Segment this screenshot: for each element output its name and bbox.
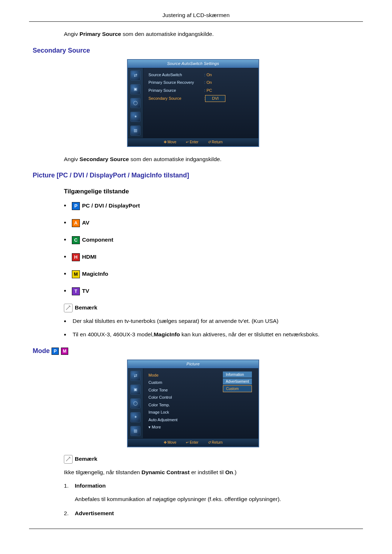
- osd-value-list: Information Advertisement Custom: [223, 372, 252, 393]
- osd-side-icon: ◯: [130, 398, 140, 409]
- osd-side-icon: ▥: [130, 426, 140, 436]
- osd-option-information[interactable]: Information: [223, 372, 252, 378]
- osd-foot-enter: ↵ Enter: [186, 139, 199, 145]
- mode-heading-text: Mode: [33, 347, 50, 354]
- page-header-title: Justering af LCD-skærmen: [29, 11, 363, 21]
- osd-option-advertisement[interactable]: Advertisement: [223, 378, 252, 385]
- osd-sidebar: ⇄ ▣ ◯ ✶ ▥: [128, 369, 143, 438]
- note-icon: [64, 455, 73, 464]
- note-mode-text: Ikke tilgængelig, når tilstanden Dynamic…: [64, 468, 359, 476]
- note-heading: Bemærk: [64, 303, 359, 312]
- osd-value: On: [207, 72, 254, 78]
- osd-foot-move: ✥ Move: [164, 139, 176, 145]
- osd-side-icon: ⇄: [130, 70, 140, 81]
- secondary-source-paragraph: Angiv Secondary Source som den automatis…: [64, 155, 359, 163]
- mode-item-component: CComponent: [64, 235, 359, 245]
- text-bold: Secondary Source: [79, 156, 129, 162]
- note-heading: Bemærk: [64, 455, 359, 464]
- osd-menu-colorcontrol: Color Control: [148, 394, 254, 401]
- mode-label: AV: [82, 219, 89, 226]
- osd-value: PC: [207, 87, 254, 94]
- modes-list: PPC / DVI / DisplayPort AAV CComponent H…: [64, 201, 359, 296]
- mode-label: PC / DVI / DisplayPort: [82, 202, 140, 209]
- item-title: Information: [75, 481, 359, 490]
- mode-item-av: AAV: [64, 218, 359, 228]
- secondary-source-heading: Secondary Source: [33, 46, 359, 56]
- p-icon: P: [72, 202, 80, 210]
- picture-heading: Picture [PC / DVI / DisplayPort / MagicI…: [33, 171, 359, 180]
- osd-foot-return: ↺ Return: [208, 139, 223, 145]
- notes-list: Der skal tilsluttes en tv-tunerboks (sæl…: [64, 317, 359, 339]
- osd-key: Primary Source: [148, 87, 203, 94]
- osd-side-icon: ▣: [130, 385, 140, 395]
- osd-title: Picture: [128, 360, 258, 369]
- text: Angiv: [64, 31, 79, 37]
- mode-label: TV: [82, 288, 89, 294]
- header-rule: [29, 21, 363, 22]
- osd-menu-imagelock[interactable]: Image Lock: [148, 409, 254, 415]
- primary-source-paragraph: Angiv Primary Source som den automatiske…: [64, 30, 359, 38]
- mode-item-magicinfo: MMagicInfo: [64, 269, 359, 279]
- note-item: Der skal tilsluttes en tv-tunerboks (sæl…: [64, 317, 359, 325]
- osd-foot-enter: ↵ Enter: [186, 440, 199, 445]
- osd-menu-more[interactable]: ▾ More: [148, 424, 254, 430]
- mode-item-hdmi: HHDMI: [64, 252, 359, 262]
- osd-option-custom[interactable]: Custom: [223, 385, 252, 392]
- osd-picture: Picture ⇄ ▣ ◯ ✶ ▥ Mode Custom Color Tone…: [127, 360, 259, 447]
- mode-label: MagicInfo: [82, 271, 108, 277]
- osd-source-autoswitch: Source AutoSwitch Settings ⇄ ▣ ◯ ✶ ▥ Sou…: [127, 59, 259, 147]
- note-label: Bemærk: [75, 456, 97, 462]
- mode-item-tv: TTV: [64, 286, 359, 296]
- footer-rule: [29, 529, 363, 529]
- note-item: Til en 400UX-3, 460UX-3 model,MagicInfo …: [64, 330, 359, 338]
- t-icon: T: [72, 287, 80, 295]
- text: som den automatiske indgangskilde.: [121, 31, 214, 37]
- osd-side-icon: ⇄: [130, 371, 140, 381]
- text: Angiv: [64, 156, 79, 162]
- item-title: Advertisement: [75, 509, 359, 517]
- mode-item-pc: PPC / DVI / DisplayPort: [64, 201, 359, 211]
- mode-heading: Mode PM: [33, 346, 359, 356]
- osd-foot-return: ↺ Return: [208, 440, 223, 445]
- p-icon: P: [52, 348, 59, 355]
- osd-value: On: [207, 79, 254, 86]
- osd-side-icon: ◯: [130, 98, 140, 108]
- available-modes-heading: Tilgængelige tilstande: [64, 187, 359, 196]
- osd-menu-colortemp[interactable]: Color Temp.: [148, 402, 254, 408]
- osd-sidebar: ⇄ ▣ ◯ ✶ ▥: [128, 68, 143, 138]
- osd-key: Primary Source Recovery: [148, 79, 203, 86]
- c-icon: C: [72, 236, 80, 244]
- text: som den automatiske indgangskilde.: [129, 156, 221, 162]
- osd-key-selected: Secondary Source: [148, 95, 203, 102]
- list-item-advertisement: Advertisement: [64, 509, 359, 517]
- osd-title: Source AutoSwitch Settings: [128, 60, 258, 68]
- list-item-information: Information Anbefales til kommunikation …: [64, 481, 359, 504]
- osd-side-icon: ▣: [130, 84, 140, 94]
- osd-side-icon: ✶: [130, 112, 140, 122]
- h-icon: H: [72, 253, 80, 261]
- mode-ordered-list: Information Anbefales til kommunikation …: [64, 481, 359, 518]
- note-label: Bemærk: [75, 304, 97, 311]
- osd-side-icon: ✶: [130, 412, 140, 422]
- osd-value-selected[interactable]: DVI: [205, 95, 225, 102]
- mode-label: HDMI: [82, 254, 97, 260]
- m-icon: M: [72, 270, 80, 278]
- text-bold: Primary Source: [79, 31, 121, 37]
- item-description: Anbefales til kommunikation af nøjagtige…: [75, 495, 359, 503]
- osd-menu-autoadj[interactable]: Auto Adjustment: [148, 417, 254, 423]
- osd-key: Source AutoSwitch: [148, 72, 203, 78]
- osd-footer: ✥ Move ↵ Enter ↺ Return: [128, 438, 258, 447]
- osd-foot-move: ✥ Move: [164, 440, 176, 445]
- mode-label: Component: [82, 237, 113, 243]
- osd-side-icon: ▥: [130, 126, 140, 136]
- a-icon: A: [72, 219, 80, 227]
- note-icon: [64, 304, 73, 312]
- m-icon: M: [61, 348, 68, 355]
- osd-footer: ✥ Move ↵ Enter ↺ Return: [128, 138, 258, 146]
